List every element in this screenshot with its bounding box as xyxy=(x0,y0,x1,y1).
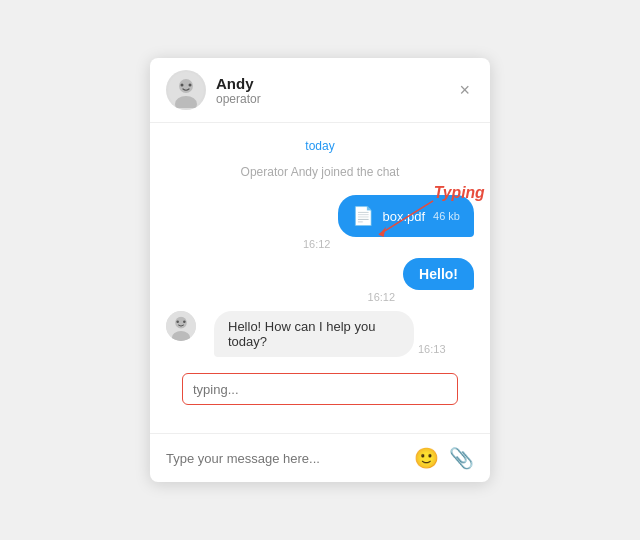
message-time: 16:13 xyxy=(418,343,446,355)
message-row-left: Hello! How can I help you today? 16:13 xyxy=(166,311,474,357)
attachment-icon[interactable]: 📎 xyxy=(449,446,474,470)
file-bubble: 📄 box.pdf 46 kb xyxy=(338,195,474,237)
file-size: 46 kb xyxy=(433,210,460,222)
footer-input[interactable] xyxy=(166,451,404,466)
typing-area[interactable] xyxy=(182,373,458,405)
message-row: 16:12 Hello! ✓✓ xyxy=(166,258,474,303)
system-message: Operator Andy joined the chat xyxy=(166,165,474,179)
file-icon: 📄 xyxy=(352,205,374,227)
svg-point-4 xyxy=(189,84,192,87)
chat-window: Andy operator × today Operator Andy join… xyxy=(150,58,490,482)
date-label: today xyxy=(166,139,474,153)
svg-point-9 xyxy=(183,321,186,324)
header-name: Andy xyxy=(216,75,455,92)
left-text-bubble: Hello! How can I help you today? xyxy=(214,311,414,357)
avatar xyxy=(166,70,206,110)
check-marks: ✓✓ xyxy=(456,290,474,303)
message-row: 16:12 📄 box.pdf 46 kb ✓✓ xyxy=(166,195,474,250)
file-name: box.pdf xyxy=(382,209,425,224)
text-message-bubble: Hello! ✓✓ xyxy=(403,258,474,303)
header-info: Andy operator xyxy=(216,75,455,106)
svg-point-8 xyxy=(176,321,179,324)
emoji-icon[interactable]: 🙂 xyxy=(414,446,439,470)
header-role: operator xyxy=(216,92,455,106)
chat-body: today Operator Andy joined the chat 16:1… xyxy=(150,123,490,433)
chat-footer: 🙂 📎 xyxy=(150,433,490,482)
svg-point-3 xyxy=(181,84,184,87)
message-time: 16:12 xyxy=(303,238,331,250)
typing-input[interactable] xyxy=(193,382,447,397)
close-button[interactable]: × xyxy=(455,77,474,103)
check-marks: ✓✓ xyxy=(456,237,474,250)
chat-header: Andy operator × xyxy=(150,58,490,123)
file-message-bubble: 📄 box.pdf 46 kb ✓✓ xyxy=(338,195,474,250)
avatar-small xyxy=(166,311,196,341)
message-time: 16:12 xyxy=(368,291,396,303)
text-bubble: Hello! xyxy=(403,258,474,290)
